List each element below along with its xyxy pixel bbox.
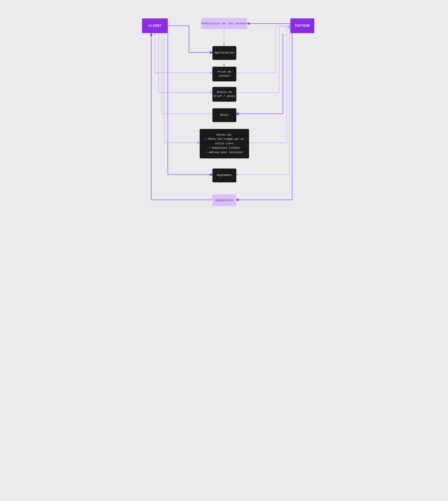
appreciation-label: Appréciation bbox=[214, 51, 234, 55]
reglement-node: Reglement bbox=[212, 169, 236, 182]
envois-de-label: Envois de: • Photo non croppé par un out… bbox=[205, 133, 244, 155]
tufteur-label: TUFTEUR bbox=[295, 24, 310, 28]
devis-label: Devis bbox=[220, 113, 228, 117]
devis-node: Devis bbox=[212, 108, 236, 122]
client-node: CLIENT bbox=[142, 18, 168, 33]
expedition-node: Expédition bbox=[212, 194, 236, 206]
appreciation-node: Appréciation bbox=[212, 46, 236, 60]
envois-de-node: Envois de: • Photo non croppé par un out… bbox=[200, 129, 249, 158]
client-label: CLIENT bbox=[148, 24, 161, 28]
prise-contact-node: Prise de contact bbox=[212, 67, 236, 81]
expedition-label: Expédition bbox=[216, 199, 233, 202]
envois-brief-node: Envois du brief / photo bbox=[212, 87, 236, 102]
publication-node: Publication sur les réseaux bbox=[201, 18, 247, 29]
prise-contact-label: Prise de contact bbox=[218, 70, 231, 78]
diagram-container: CLIENT TUFTEUR Publication sur les résea… bbox=[132, 7, 316, 214]
envois-brief-label: Envois du brief / photo bbox=[213, 90, 235, 98]
reglement-label: Reglement bbox=[217, 173, 232, 178]
publication-label: Publication sur les réseaux bbox=[202, 22, 246, 25]
tufteur-node: TUFTEUR bbox=[290, 18, 314, 33]
